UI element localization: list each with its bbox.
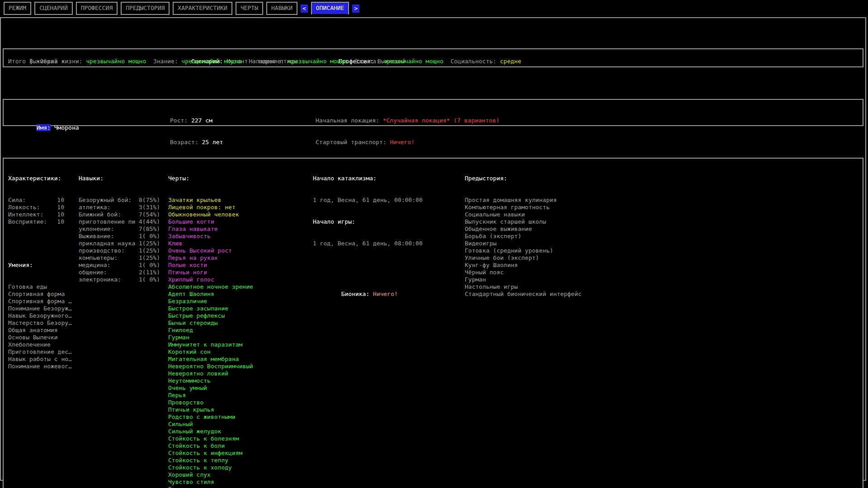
- trait-item: Стойкость к болезням: [168, 435, 281, 442]
- skill-value: 1(25%): [139, 254, 160, 262]
- name-field[interactable]: Имя:: [37, 124, 51, 131]
- trait-item: Полые кости: [168, 262, 281, 269]
- tab-stats[interactable]: ХАРАКТЕРИСТИКИ: [173, 2, 232, 15]
- trait-item: Глаза навыкате: [168, 225, 281, 233]
- trait-item: Большие когти: [168, 218, 281, 225]
- skill-value: 1(25%): [139, 240, 160, 247]
- background-item: Простая домашняя кулинария: [465, 197, 659, 204]
- skill-row: Безоружный бой:8(75%): [79, 197, 160, 204]
- stat-value: 10: [57, 211, 64, 218]
- stat-row: Ловкость:10: [8, 204, 64, 211]
- skill-name: Безоружный бой:: [79, 197, 132, 204]
- skill-row: медицина:1( 0%): [79, 262, 160, 269]
- game-start-value[interactable]: 1 год, Весна, 61 день, 08:00:00: [313, 240, 467, 247]
- skill-row: электроника:1( 0%): [79, 276, 160, 283]
- tab-profession[interactable]: ПРОФЕССИЯ: [76, 2, 118, 15]
- stat-row: Восприятие:10: [8, 218, 64, 225]
- tab-scenario[interactable]: СЦЕНАРИЙ: [34, 2, 73, 15]
- ability-item: Приготовление дес…: [8, 348, 77, 356]
- skill-row: общение:2(11%): [79, 269, 160, 276]
- totals-line: Итого | Образ жизни: чрезвычайно мощно З…: [8, 58, 528, 65]
- total-stat-value: средне: [500, 58, 528, 65]
- tab-traits[interactable]: ЧЕРТЫ: [236, 2, 263, 15]
- skill-value: 1(25%): [139, 247, 160, 254]
- skills-column: Навыки: Безоружный бой:8(75%)атлетика:3(…: [79, 160, 162, 298]
- trait-item: Зачатки крыльев: [168, 197, 281, 204]
- background-item: Обыденное выживание: [465, 225, 659, 233]
- next-tab-arrow-icon[interactable]: >: [352, 5, 359, 13]
- background-item: Уличные бои (эксперт): [465, 254, 659, 262]
- skill-name: Ближний бой:: [79, 211, 121, 218]
- skill-name: приготовление пи: [79, 218, 135, 225]
- skill-value: 7(85%): [139, 225, 160, 233]
- tab-description[interactable]: ОПИСАНИЕ: [311, 2, 349, 15]
- background-item: Борьба (эксперт): [465, 233, 659, 240]
- trait-item: Гнилоед: [168, 327, 281, 334]
- skill-name: прикладная наука: [79, 240, 135, 247]
- skills-title: Навыки:: [79, 175, 162, 182]
- total-stat-value: чрезвычайно мощно: [182, 58, 249, 65]
- trait-item: Сильный: [168, 421, 281, 428]
- traits-list: Зачатки крыльевЛицевой покров: нетОбыкно…: [168, 197, 281, 488]
- age-label: Возраст:: [170, 139, 198, 145]
- trait-item: Очень Высокий рост: [168, 247, 281, 254]
- cataclysm-start-value[interactable]: 1 год, Весна, 61 день, 00:00:00: [313, 197, 467, 204]
- start-vehicle-label: Стартовый транспорт:: [316, 139, 387, 145]
- tab-background[interactable]: ПРЕДЫСТОРИЯ: [121, 2, 170, 15]
- total-stat-label: Знание:: [153, 58, 182, 65]
- skill-name: электроника:: [79, 276, 121, 283]
- total-stat-label: Защита:: [355, 58, 383, 65]
- trait-item: Невероятно Восприимчивый: [168, 363, 281, 370]
- skill-row: прикладная наука1(25%): [79, 240, 160, 247]
- ability-item: Мастерство Безору…: [8, 319, 77, 327]
- main-window: Выживший Сценарий: Мутант - порог птицы …: [0, 17, 866, 481]
- trait-item: Быстрое засыпание: [168, 305, 281, 312]
- name-value[interactable]: Чморона: [54, 124, 79, 131]
- stat-label: Интеллект:: [8, 211, 43, 218]
- trait-item: Стойкость к теплу: [168, 457, 281, 464]
- height-value[interactable]: 227 см: [191, 117, 212, 124]
- start-location-label: Начальная локация:: [316, 117, 379, 124]
- ability-item: Хлебопечение: [8, 341, 77, 348]
- skill-value: 1( 0%): [139, 233, 160, 240]
- trait-item: Быстрые рефлексы: [168, 312, 281, 319]
- tab-mode[interactable]: РЕЖИМ: [4, 2, 31, 15]
- age-value[interactable]: 25 лет: [202, 139, 223, 145]
- background-item: Кунг-фу Шаолиня: [465, 262, 659, 269]
- trait-item: Перья: [168, 392, 281, 399]
- trait-item: Лицевой покров: нет: [168, 204, 281, 211]
- skill-name: компьютеры:: [79, 254, 118, 262]
- bionics-label: Бионика:: [341, 291, 370, 297]
- skill-row: производство:1(25%): [79, 247, 160, 254]
- trait-item: Адепт Шаолиня: [168, 291, 281, 298]
- ability-item: Основы Выпечки: [8, 334, 77, 341]
- background-item: Стандартный бионический интерфейс: [465, 291, 659, 298]
- tab-skills[interactable]: НАВЫКИ: [266, 2, 297, 15]
- prev-tab-arrow-icon[interactable]: <: [301, 5, 308, 13]
- background-item: Видеоигры: [465, 240, 659, 247]
- trait-item: Родство с животными: [168, 413, 281, 421]
- trait-item: Сильный желудок: [168, 428, 281, 435]
- skill-value: 1( 0%): [139, 276, 160, 283]
- skill-row: Ближний бой:7(54%): [79, 211, 160, 218]
- stat-label: Восприятие:: [8, 218, 47, 225]
- character-description-screen: { "tabs": { "items": ["РЕЖИМ","СЦЕНАРИЙ"…: [0, 0, 868, 488]
- stat-value: 10: [57, 204, 64, 211]
- trait-item: Чувство стиля: [168, 479, 281, 486]
- abilities-list: Готовка едыСпортивная формаСпортивная фо…: [8, 283, 77, 370]
- trait-item: Абсолютное ночное зрение: [168, 283, 281, 291]
- trait-item: Проворство: [168, 399, 281, 406]
- total-stat-label: Образ жизни:: [40, 58, 86, 65]
- background-item: Компьютерная грамотность: [465, 204, 659, 211]
- trait-item: Стойкость к холоду: [168, 464, 281, 471]
- total-stat-value: чрезвычайно мощно: [288, 58, 355, 65]
- background-item: Чёрный пояс: [465, 269, 659, 276]
- background-item: Готовка (средний уровень): [465, 247, 659, 254]
- trait-item: Мигательная мембрана: [168, 356, 281, 363]
- trait-item: Безразличие: [168, 298, 281, 305]
- skill-value: 7(54%): [139, 211, 160, 218]
- start-location-value[interactable]: *Случайная локация* (7 вариантов): [383, 117, 500, 124]
- traits-title: Черты:: [168, 175, 281, 182]
- skill-row: Выживание:1( 0%): [79, 233, 160, 240]
- stats-title: Характеристики:: [8, 175, 77, 182]
